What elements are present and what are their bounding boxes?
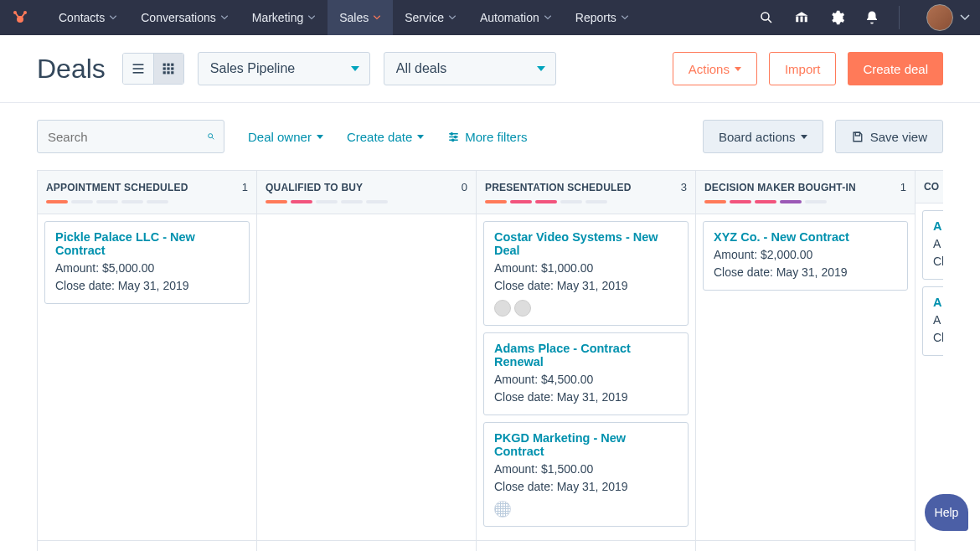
svg-rect-13 (163, 64, 166, 66)
column-title: CO (924, 181, 939, 193)
nav-item-service[interactable]: Service (393, 0, 468, 35)
column-body: Pickle Palace LLC - New ContractAmount: … (38, 214, 256, 540)
search-input[interactable] (48, 130, 207, 144)
column-title: QUALIFIED TO BUY (266, 182, 363, 193)
deal-amount: Amount: $5,000.00 (55, 260, 239, 277)
svg-point-5 (761, 13, 769, 20)
deal-card[interactable]: AACl (922, 286, 943, 356)
page-title: Deals (37, 54, 106, 85)
nav-item-contacts[interactable]: Contacts (47, 0, 129, 35)
search-box[interactable] (37, 120, 224, 153)
svg-rect-7 (796, 17, 798, 23)
svg-rect-11 (132, 68, 143, 70)
card-avatar (514, 300, 531, 317)
deal-amount: Amount: $4,500.00 (494, 371, 678, 389)
board-column: PRESENTATION SCHEDULED3Costar Video Syst… (476, 171, 696, 551)
deal-title: A (933, 296, 943, 309)
column-body (257, 214, 476, 540)
svg-rect-16 (163, 67, 166, 70)
column-header: CO (916, 171, 943, 203)
card-avatar (494, 300, 511, 317)
deal-close-date: Close date: May 31, 2019 (494, 389, 678, 406)
sliders-icon (447, 131, 460, 143)
deal-title: XYZ Co. - New Contract (714, 230, 897, 244)
svg-point-22 (209, 134, 213, 138)
search-icon[interactable] (758, 9, 775, 26)
deal-card[interactable]: PKGD Marketing - New ContractAmount: $1,… (483, 422, 689, 527)
gear-icon[interactable] (828, 9, 845, 26)
deal-amount: Amount: $1,500.00 (494, 461, 678, 478)
column-total: Total: $0 (257, 540, 476, 551)
view-toggle (122, 53, 184, 85)
svg-rect-8 (801, 17, 803, 23)
nav-divider (899, 6, 900, 29)
view-board-button[interactable] (153, 54, 183, 84)
card-avatar (494, 501, 511, 518)
deal-close-date: Close date: May 31, 2019 (55, 277, 239, 295)
filter-bar: Deal owner Create date More filters Boar… (0, 103, 980, 170)
nav-item-sales[interactable]: Sales (328, 0, 393, 35)
deal-card[interactable]: AACl (922, 210, 943, 280)
deal-owner-filter[interactable]: Deal owner (248, 130, 323, 144)
board-column: QUALIFIED TO BUY0Total: $0 (256, 171, 477, 551)
nav-item-marketing[interactable]: Marketing (240, 0, 328, 35)
save-icon (851, 131, 864, 143)
svg-rect-15 (172, 64, 174, 66)
svg-rect-30 (855, 132, 859, 136)
subheader: Deals Sales Pipeline All deals Actions I… (0, 35, 980, 103)
account-menu[interactable] (918, 4, 970, 31)
column-count: 1 (242, 181, 248, 193)
svg-line-6 (768, 19, 771, 23)
save-view-button[interactable]: Save view (835, 120, 943, 153)
deal-card[interactable]: Adams Place - Contract RenewalAmount: $4… (483, 332, 689, 415)
pipeline-select[interactable]: Sales Pipeline (198, 52, 370, 85)
help-button[interactable]: Help (925, 494, 968, 531)
deals-select[interactable]: All deals (384, 52, 556, 85)
view-list-button[interactable] (123, 54, 153, 84)
create-deal-button[interactable]: Create deal (848, 52, 943, 85)
nav-item-automation[interactable]: Automation (468, 0, 564, 35)
deal-amount: Amount: $1,000.00 (494, 260, 678, 277)
avatar (926, 4, 953, 31)
svg-line-23 (212, 137, 214, 139)
deal-title: Pickle Palace LLC - New Contract (55, 230, 239, 257)
top-nav: ContactsConversationsMarketingSalesServi… (0, 0, 980, 35)
actions-button[interactable]: Actions (673, 52, 757, 85)
svg-rect-12 (132, 72, 143, 74)
deal-title: Adams Place - Contract Renewal (494, 342, 678, 368)
more-filters[interactable]: More filters (447, 130, 527, 144)
column-count: 3 (681, 181, 687, 193)
column-header: DECISION MAKER BOUGHT-IN1 (696, 171, 915, 214)
svg-rect-9 (805, 17, 807, 23)
svg-point-28 (455, 136, 456, 137)
deal-title: Costar Video Systems - New Deal (494, 230, 678, 257)
deal-card[interactable]: Costar Video Systems - New DealAmount: $… (483, 221, 689, 326)
deal-card[interactable]: Pickle Palace LLC - New ContractAmount: … (44, 221, 250, 304)
svg-rect-19 (163, 71, 166, 74)
import-button[interactable]: Import (769, 52, 837, 85)
bell-icon[interactable] (864, 9, 880, 26)
column-title: DECISION MAKER BOUGHT-IN (704, 182, 856, 193)
deal-card[interactable]: XYZ Co. - New ContractAmount: $2,000.00C… (703, 221, 908, 291)
svg-rect-18 (172, 67, 174, 70)
marketplace-icon[interactable] (793, 9, 810, 26)
svg-rect-10 (132, 64, 143, 65)
column-header: APPOINTMENT SCHEDULED1 (38, 171, 256, 214)
nav-item-conversations[interactable]: Conversations (129, 0, 240, 35)
svg-point-29 (452, 139, 454, 141)
create-date-filter[interactable]: Create date (347, 130, 424, 144)
nav-item-reports[interactable]: Reports (564, 0, 641, 35)
column-total: Total: $7,000 (477, 540, 695, 551)
board-actions-button[interactable]: Board actions (703, 120, 823, 153)
column-title: PRESENTATION SCHEDULED (485, 182, 632, 193)
board-column: APPOINTMENT SCHEDULED1Pickle Palace LLC … (37, 171, 257, 551)
hubspot-logo-icon[interactable] (10, 8, 30, 28)
column-body: XYZ Co. - New ContractAmount: $2,000.00C… (696, 214, 915, 540)
board-column: DECISION MAKER BOUGHT-IN1XYZ Co. - New C… (695, 171, 916, 551)
kanban-board: APPOINTMENT SCHEDULED1Pickle Palace LLC … (37, 170, 943, 551)
svg-rect-21 (172, 71, 174, 74)
search-icon (207, 128, 215, 145)
deal-title: A (933, 219, 943, 233)
column-header: PRESENTATION SCHEDULED3 (477, 171, 695, 214)
column-total: Total: $2,000 (696, 540, 915, 551)
